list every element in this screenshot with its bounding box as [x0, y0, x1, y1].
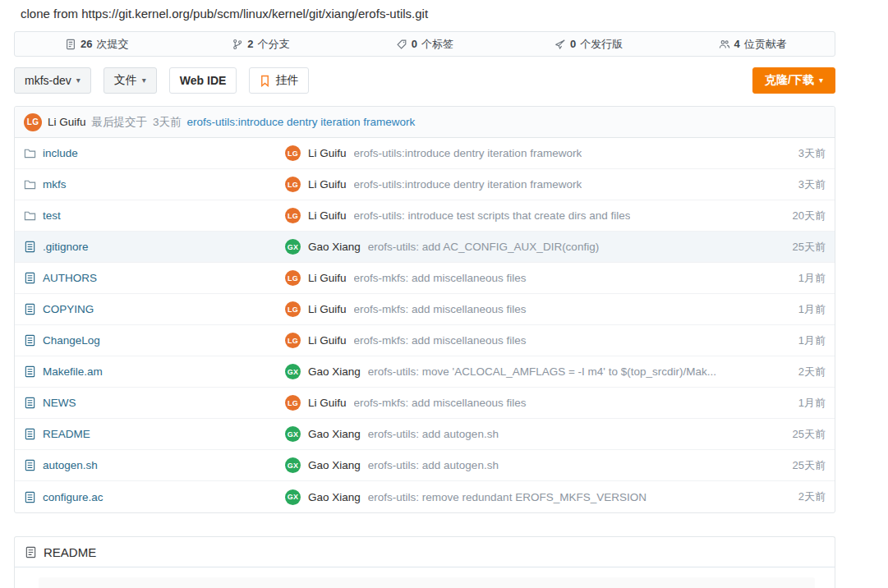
file-tree-panel: LG Li Guifu 最后提交于 3天前 erofs-utils:introd…	[14, 106, 835, 513]
web-ide-label: Web IDE	[180, 74, 227, 87]
readme-code-block	[39, 577, 815, 588]
commit-time: 1月前	[743, 271, 826, 286]
readme-header: README	[15, 537, 835, 567]
commit-author: Li Guifu	[308, 303, 347, 315]
avatar[interactable]: GX	[285, 489, 301, 505]
commit-cell: LG Li Guifu erofs-utils:introduce dentry…	[285, 145, 743, 161]
commit-author: Gao Xiang	[308, 459, 361, 471]
file-name-cell: NEWS	[24, 397, 285, 409]
chevron-down-icon: ▾	[76, 76, 81, 85]
stat-releases-count: 0	[570, 38, 576, 50]
commit-author: Li Guifu	[308, 178, 347, 191]
commit-time: 25天前	[743, 458, 826, 473]
widget-button[interactable]: 挂件	[249, 67, 309, 94]
avatar[interactable]: LG	[285, 177, 301, 192]
file-icon	[24, 491, 36, 503]
last-commit-avatar[interactable]: LG	[24, 113, 42, 131]
stat-tags-count: 0	[412, 38, 417, 50]
commit-time: 25天前	[743, 427, 826, 442]
file-name-cell: autogen.sh	[24, 459, 285, 471]
commit-message-link[interactable]: erofs-mkfs: add miscellaneous files	[354, 334, 527, 347]
avatar[interactable]: GX	[285, 426, 301, 442]
commit-message-link[interactable]: erofs-utils: move 'ACLOCAL_AMFLAGS = -I …	[368, 365, 716, 378]
file-name-link[interactable]: mkfs	[43, 178, 67, 191]
commit-message-link[interactable]: erofs-mkfs: add miscellaneous files	[354, 303, 527, 315]
last-commit-prefix: 最后提交于	[92, 115, 148, 130]
project-toolbar: mkfs-dev ▾ 文件 ▾ Web IDE 挂件 克隆/下载 ▾	[14, 67, 835, 94]
commit-author: Li Guifu	[308, 272, 347, 284]
file-name-link[interactable]: COPYING	[43, 303, 94, 315]
file-name-link[interactable]: test	[43, 209, 61, 222]
stat-contributors[interactable]: 4 位贡献者	[670, 32, 835, 56]
commit-message-link[interactable]: erofs-utils:introduce dentry iteration f…	[354, 178, 582, 191]
avatar[interactable]: GX	[285, 457, 301, 473]
file-name-cell: Makefile.am	[24, 365, 285, 378]
readme-file-icon	[25, 546, 37, 558]
stat-commits-label: 次提交	[97, 37, 129, 52]
web-ide-button[interactable]: Web IDE	[169, 67, 237, 94]
folder-icon	[24, 147, 36, 159]
clone-download-button[interactable]: 克隆/下载 ▾	[752, 67, 835, 94]
stat-tags[interactable]: 0 个标签	[343, 32, 507, 56]
commit-cell: LG Li Guifu erofs-utils:introduce dentry…	[285, 177, 743, 192]
stat-contributors-label: 位贡献者	[744, 37, 787, 52]
commit-message-link[interactable]: erofs-utils: remove redundant EROFS_MKFS…	[368, 491, 646, 503]
files-dropdown-button[interactable]: 文件 ▾	[104, 67, 157, 94]
stat-commits-count: 26	[81, 38, 92, 50]
avatar[interactable]: LG	[285, 145, 301, 161]
stat-commits[interactable]: 26 次提交	[15, 32, 179, 56]
file-name-cell: COPYING	[24, 303, 285, 315]
commit-time: 20天前	[743, 209, 826, 223]
avatar[interactable]: GX	[285, 364, 301, 379]
file-icon	[24, 241, 36, 253]
readme-title: README	[44, 545, 96, 559]
file-icon	[24, 459, 36, 471]
commit-cell: GX Gao Xiang erofs-utils: add AC_CONFIG_…	[285, 239, 743, 255]
folder-icon	[24, 209, 36, 222]
last-commit-message-link[interactable]: erofs-utils:introduce dentry iteration f…	[187, 116, 416, 128]
file-name-cell: configure.ac	[24, 491, 285, 503]
commit-cell: GX Gao Xiang erofs-utils: add autogen.sh	[285, 426, 743, 442]
commit-author: Li Guifu	[308, 397, 347, 409]
commit-message-link[interactable]: erofs-mkfs: add miscellaneous files	[354, 272, 527, 284]
last-commit-time: 3天前	[153, 115, 182, 130]
file-name-link[interactable]: autogen.sh	[43, 459, 98, 471]
file-name-link[interactable]: configure.ac	[43, 491, 104, 503]
avatar[interactable]: LG	[285, 270, 301, 286]
commit-author: Li Guifu	[308, 334, 347, 347]
commit-message-link[interactable]: erofs-utils: add autogen.sh	[368, 459, 499, 471]
file-name-link[interactable]: Makefile.am	[43, 365, 103, 378]
file-name-link[interactable]: .gitignore	[43, 241, 89, 253]
commit-message-link[interactable]: erofs-mkfs: add miscellaneous files	[354, 397, 527, 409]
commit-message-link[interactable]: erofs-utils: add autogen.sh	[368, 428, 499, 440]
file-name-link[interactable]: README	[43, 428, 90, 440]
table-row: configure.ac GX Gao Xiang erofs-utils: r…	[15, 481, 835, 512]
file-name-link[interactable]: NEWS	[43, 397, 76, 409]
commit-message-link[interactable]: erofs-utils: introduce test scripts that…	[354, 209, 631, 222]
table-row: .gitignore GX Gao Xiang erofs-utils: add…	[15, 232, 835, 263]
file-name-link[interactable]: AUTHORS	[43, 272, 97, 284]
avatar[interactable]: LG	[285, 208, 301, 223]
last-commit-bar: LG Li Guifu 最后提交于 3天前 erofs-utils:introd…	[15, 107, 835, 138]
commit-author: Gao Xiang	[308, 428, 361, 440]
commit-cell: LG Li Guifu erofs-utils: introduce test …	[285, 208, 743, 223]
avatar[interactable]: LG	[285, 395, 301, 411]
branch-selector-label: mkfs-dev	[25, 74, 71, 87]
file-name-link[interactable]: include	[43, 147, 78, 159]
avatar[interactable]: GX	[285, 239, 301, 255]
stat-releases[interactable]: 0 个发行版	[507, 32, 671, 56]
avatar[interactable]: LG	[285, 333, 301, 348]
commit-cell: LG Li Guifu erofs-mkfs: add miscellaneou…	[285, 301, 743, 317]
stat-branches[interactable]: 2 个分支	[179, 32, 343, 56]
branch-selector[interactable]: mkfs-dev ▾	[14, 67, 91, 94]
table-row: AUTHORS LG Li Guifu erofs-mkfs: add misc…	[15, 263, 835, 294]
commit-time: 1月前	[743, 396, 826, 411]
commit-message-link[interactable]: erofs-utils: add AC_CONFIG_AUX_DIR(confi…	[368, 241, 599, 253]
files-dropdown-label: 文件	[114, 73, 137, 88]
avatar[interactable]: LG	[285, 301, 301, 317]
table-row: autogen.sh GX Gao Xiang erofs-utils: add…	[15, 450, 835, 481]
last-commit-author: Li Guifu	[48, 116, 86, 128]
readme-body	[15, 567, 835, 588]
file-name-link[interactable]: ChangeLog	[43, 334, 100, 347]
commit-message-link[interactable]: erofs-utils:introduce dentry iteration f…	[354, 147, 582, 159]
